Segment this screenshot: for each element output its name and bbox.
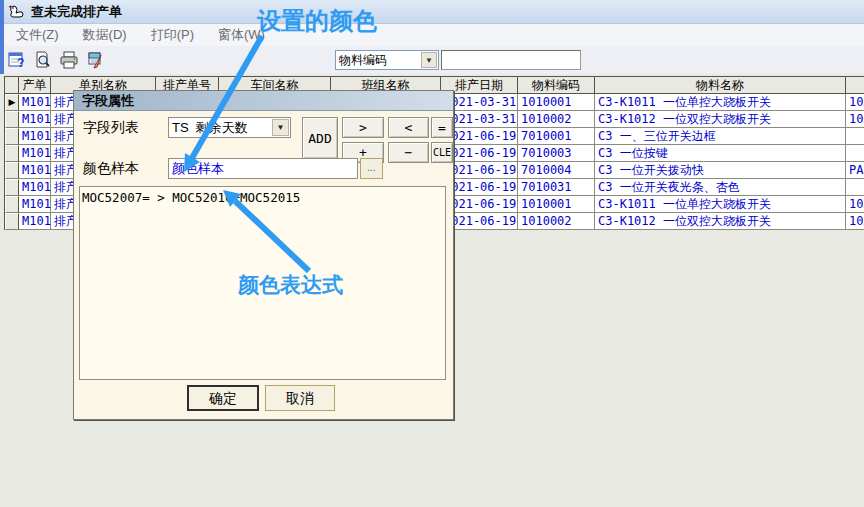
menu-item-window[interactable]: 窗体(W) [206, 26, 277, 44]
less-than-button[interactable]: < [388, 117, 429, 138]
menu-item-print[interactable]: 打印(P) [139, 26, 206, 44]
menu-bar: 文件(Z) 数据(D) 打印(P) 窗体(W) [4, 24, 864, 46]
row-selector[interactable] [5, 128, 19, 145]
window-title: 查未完成排产单 [31, 3, 122, 21]
search-field-selector[interactable]: 物料编码 ▼ [335, 50, 439, 70]
grid-cell[interactable]: M101 [19, 196, 51, 213]
grid-cell[interactable]: PA66- [846, 162, 864, 179]
row-selector[interactable] [5, 213, 19, 230]
grid-cell[interactable]: M101 [19, 162, 51, 179]
grid-cell[interactable]: C3-K1011 一位单控大跷板开关 [595, 196, 846, 213]
form-help-icon: ? [8, 51, 26, 69]
grid-cell[interactable]: 10A 2 [846, 213, 864, 230]
print-setup-icon [86, 51, 105, 69]
printer-icon [60, 51, 79, 69]
color-sample-field[interactable]: 颜色样本 [168, 158, 358, 179]
row-selector[interactable] [5, 162, 19, 179]
grid-cell[interactable] [846, 145, 864, 162]
grid-cell[interactable]: C3 一、三位开关边框 [595, 128, 846, 145]
grid-cell[interactable]: 1010002 [518, 111, 595, 128]
greater-than-button[interactable]: > [342, 117, 384, 138]
grid-cell[interactable]: C3-K1012 一位双控大跷板开关 [595, 213, 846, 230]
grid-cell[interactable]: 10A 2 [846, 111, 864, 128]
add-button[interactable]: ADD [302, 117, 338, 159]
row-selector[interactable] [5, 111, 19, 128]
print-preview-button[interactable] [30, 48, 56, 72]
grid-cell[interactable]: 7010004 [518, 162, 595, 179]
chevron-down-icon[interactable]: ▼ [272, 119, 289, 136]
grid-cell[interactable]: 1010001 [518, 196, 595, 213]
row-selector[interactable] [5, 179, 19, 196]
grid-cell[interactable]: C3-K1011 一位单控大跷板开关 [595, 94, 846, 111]
column-header[interactable]: 物料编码 [518, 76, 595, 94]
grid-cell[interactable]: 7010001 [518, 128, 595, 145]
grid-cell[interactable]: M101 [19, 128, 51, 145]
ok-button[interactable]: 确定 [187, 385, 259, 411]
clear-button[interactable]: CLE [431, 142, 453, 163]
search-field-value: 物料编码 [336, 52, 421, 69]
field-list-combobox[interactable]: TS 剩余天数 ▼ [168, 117, 291, 138]
grid-cell[interactable]: M101 [19, 145, 51, 162]
dialog-title-bar[interactable]: 字段属性 [74, 91, 453, 111]
minus-button[interactable]: − [388, 142, 429, 163]
grid-cell[interactable]: 10A 2 [846, 94, 864, 111]
field-list-label: 字段列表 [83, 117, 139, 138]
grid-cell[interactable]: C3 一位开关夜光条、杏色 [595, 179, 846, 196]
grid-cell[interactable]: M101 [19, 179, 51, 196]
column-header[interactable]: 物料名称 [595, 76, 846, 94]
equals-button[interactable]: = [431, 117, 453, 138]
form-help-button[interactable]: ? [4, 48, 30, 72]
grid-cell[interactable] [846, 179, 864, 196]
grid-cell[interactable]: C3 一位开关拨动快 [595, 162, 846, 179]
column-header[interactable] [846, 76, 864, 94]
grid-cell[interactable]: 1010001 [518, 94, 595, 111]
grid-cell[interactable]: M101 [19, 213, 51, 230]
cancel-button[interactable]: 取消 [265, 385, 335, 411]
app-window: 查未完成排产单 文件(Z) 数据(D) 打印(P) 窗体(W) ? [0, 0, 864, 507]
print-setup-button[interactable] [82, 48, 108, 72]
row-selector[interactable] [5, 145, 19, 162]
row-selector[interactable]: ▶ [5, 94, 19, 111]
field-properties-dialog: 字段属性 字段列表 TS 剩余天数 ▼ ADD > < = + − CLE 颜色… [73, 90, 454, 420]
grid-cell[interactable]: C3 一位按键 [595, 145, 846, 162]
grid-cell[interactable]: 7010003 [518, 145, 595, 162]
grid-cell[interactable]: 7010031 [518, 179, 595, 196]
menu-item-data[interactable]: 数据(D) [71, 26, 139, 44]
print-button[interactable] [56, 48, 82, 72]
grid-cell[interactable] [846, 128, 864, 145]
browse-button[interactable]: ... [360, 158, 383, 179]
grid-cell[interactable]: 1010002 [518, 213, 595, 230]
color-sample-label: 颜色样本 [83, 158, 139, 179]
grid-cell[interactable]: M101 [19, 94, 51, 111]
column-header[interactable]: 产单 [19, 76, 51, 94]
search-input[interactable] [441, 50, 581, 70]
grid-corner[interactable] [5, 76, 19, 94]
app-bird-icon [8, 4, 25, 20]
title-bar[interactable]: 查未完成排产单 [4, 0, 864, 24]
print-preview-icon [34, 51, 52, 69]
grid-cell[interactable]: C3-K1012 一位双控大跷板开关 [595, 111, 846, 128]
expression-editor[interactable]: MOC52007= > MOC52010+MOC52015 [79, 186, 446, 380]
row-selector[interactable] [5, 196, 19, 213]
menu-item-file[interactable]: 文件(Z) [4, 26, 71, 44]
grid-cell[interactable]: 10A 2 [846, 196, 864, 213]
grid-cell[interactable]: M101 [19, 111, 51, 128]
field-list-value: TS 剩余天数 [169, 119, 272, 137]
svg-text:?: ? [17, 56, 24, 69]
chevron-down-icon[interactable]: ▼ [421, 52, 437, 68]
toolbar: ? 物料编码 [4, 46, 864, 74]
